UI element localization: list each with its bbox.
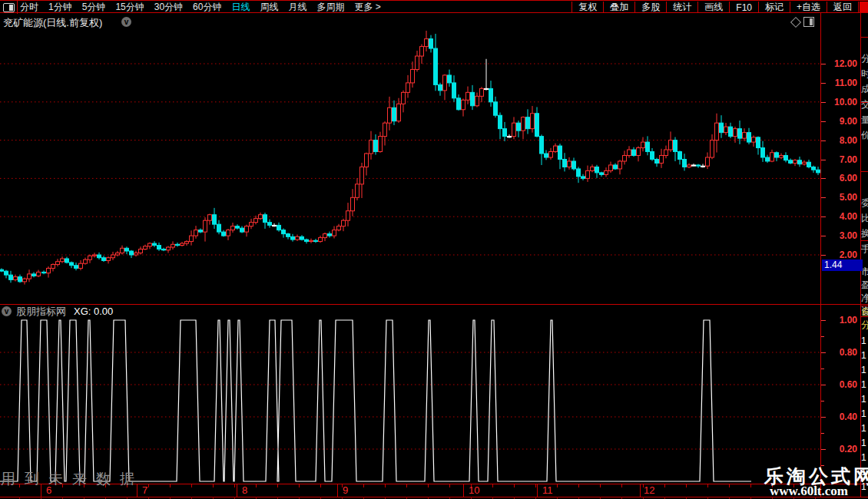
candle-body — [439, 84, 442, 90]
clipped-glyph: 自 — [861, 306, 868, 317]
clipped-glyph: 1 — [861, 408, 868, 419]
strip-divider — [861, 316, 868, 317]
candle-body — [752, 137, 756, 142]
candlestick-chart[interactable] — [0, 31, 820, 304]
candle-body — [208, 215, 212, 220]
action-button-叠加[interactable]: 叠加 — [603, 2, 634, 13]
candle-body — [697, 165, 701, 166]
action-button-画线[interactable]: 画线 — [697, 2, 729, 13]
candle-body — [494, 102, 498, 115]
clipped-glyph: 1 — [861, 365, 868, 375]
candle-body — [651, 152, 654, 160]
axis-tick — [821, 255, 826, 256]
candle-body — [485, 88, 489, 89]
candle-body — [614, 165, 618, 169]
axis-tick — [821, 83, 826, 84]
candle-body — [522, 117, 525, 131]
action-button-+自选[interactable]: +自选 — [790, 2, 827, 13]
candle-body — [609, 165, 613, 170]
chevron-down-icon[interactable]: v — [2, 306, 12, 316]
price-axis-label: 11.00 — [823, 78, 857, 88]
action-button-F10[interactable]: F10 — [729, 2, 758, 13]
month-label: 6 — [46, 485, 51, 496]
chevron-down-icon[interactable]: v — [121, 17, 131, 27]
candle-body — [277, 225, 281, 230]
candle-body — [462, 100, 465, 109]
candle-body — [448, 75, 452, 83]
candle-body — [157, 246, 161, 250]
month-label: 7 — [142, 485, 147, 496]
price-axis-label: 10.00 — [823, 97, 857, 107]
panel-toggle-icon[interactable] — [803, 17, 814, 27]
axis-tick — [821, 352, 826, 353]
layout-toggle-icon[interactable] — [3, 3, 15, 12]
candle-body — [678, 152, 682, 160]
date-tick — [578, 484, 579, 487]
action-button-统计[interactable]: 统计 — [666, 2, 697, 13]
candle-body — [342, 220, 346, 226]
title-row: 兖矿能源(日线.前复权) v — [0, 13, 868, 31]
axis-tick — [821, 216, 826, 217]
candle-body — [738, 129, 742, 138]
candle-body — [416, 56, 419, 69]
candle-body — [0, 269, 4, 271]
candle-body — [268, 223, 272, 226]
clipped-glyph: 1 — [861, 350, 868, 361]
diamond-icon[interactable] — [790, 17, 801, 28]
price-axis-label: 7.00 — [823, 154, 857, 165]
candle-body — [655, 160, 659, 164]
action-button-复权[interactable]: 复权 — [571, 2, 603, 13]
indicator-axis-label: 0.40 — [823, 411, 857, 422]
clipped-glyph: 手 — [861, 243, 868, 254]
month-label: 8 — [242, 485, 247, 496]
candle-body — [42, 272, 46, 273]
axis-tick — [821, 368, 824, 369]
candle-body — [162, 250, 166, 250]
candle-body — [111, 255, 115, 258]
action-button-多股[interactable]: 多股 — [634, 2, 666, 13]
axis-tick — [821, 433, 824, 434]
candle-body — [531, 114, 535, 129]
candle-body — [305, 240, 309, 241]
candle-body — [333, 230, 336, 236]
candle-body — [572, 161, 576, 169]
axis-tick — [821, 178, 826, 179]
candle-body — [134, 253, 138, 255]
candle-body — [125, 248, 129, 251]
candle-body — [107, 258, 111, 261]
date-tick — [234, 484, 235, 487]
corner-red-block — [860, 2, 868, 13]
action-button-返回[interactable]: 返回 — [827, 2, 859, 13]
date-tick — [299, 484, 300, 487]
clipped-glyph: 1 — [861, 452, 868, 463]
date-tick — [729, 484, 730, 487]
date-axis-bottom-border — [0, 497, 868, 497]
date-tick — [363, 484, 364, 487]
candle-body — [273, 225, 277, 226]
candle-body — [807, 162, 811, 167]
date-tick — [557, 484, 558, 487]
candle-body — [766, 157, 770, 161]
candle-body — [98, 255, 101, 258]
candle-body — [254, 219, 258, 223]
candle-body — [296, 236, 300, 240]
indicator-axis-label: 0.60 — [823, 379, 857, 390]
clipped-glyph: 分 — [861, 53, 868, 64]
candle-body — [65, 259, 69, 263]
month-separator — [640, 484, 641, 497]
action-button-标记[interactable]: 标记 — [758, 2, 790, 13]
candle-body — [480, 88, 484, 96]
price-axis-label: 12.00 — [823, 58, 857, 69]
date-tick — [664, 484, 665, 487]
signal-indicator-chart[interactable] — [0, 305, 820, 484]
right-edge-clipped-panel: 分时成交量价委比换手市盈净资自分11111111111 — [861, 13, 868, 499]
candle-body — [706, 157, 710, 166]
candle-body — [637, 148, 641, 156]
axis-tick — [821, 140, 826, 141]
candle-body — [5, 271, 8, 275]
candle-body — [512, 123, 516, 136]
candle-body — [9, 275, 13, 279]
strip-divider — [861, 306, 868, 306]
clipped-glyph: 比 — [861, 213, 868, 223]
candle-body — [47, 268, 51, 273]
